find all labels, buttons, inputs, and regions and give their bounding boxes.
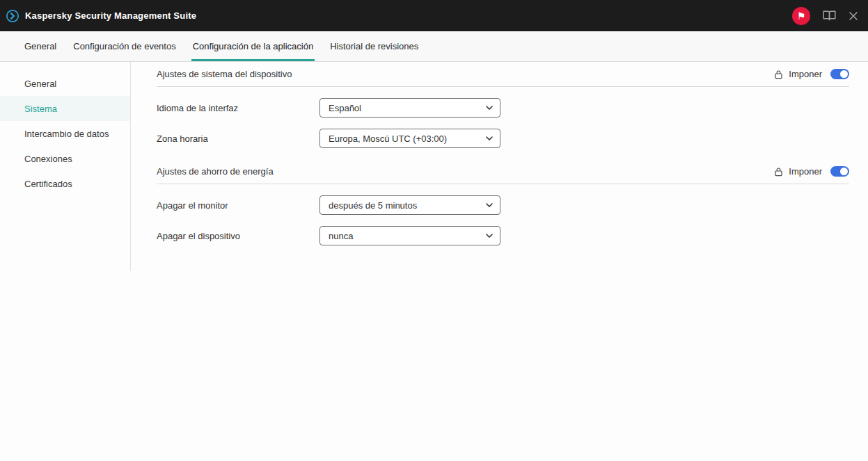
chevron-down-icon <box>486 106 493 110</box>
sidebar-item-conexiones[interactable]: Conexiones <box>0 146 130 171</box>
field-row-device-off: Apagar el dispositivo nunca <box>157 226 849 245</box>
enforce-label: Imponer <box>789 69 822 79</box>
chevron-down-icon <box>486 234 493 238</box>
selected-value: Europa, Moscú UTC (+03:00) <box>329 134 447 144</box>
sidebar-item-sistema[interactable]: Sistema <box>0 96 130 121</box>
language-select[interactable]: Español <box>319 98 500 118</box>
enforce-control: Imponer <box>774 166 849 177</box>
enforce-label: Imponer <box>789 166 822 177</box>
top-bar: Kaspersky Security Management Suite ⚑ <box>0 0 868 31</box>
tab-bar: General Configuración de eventos Configu… <box>0 31 868 62</box>
timezone-select[interactable]: Europa, Moscú UTC (+03:00) <box>319 129 500 148</box>
field-label: Idioma de la interfaz <box>157 103 319 113</box>
close-icon[interactable] <box>849 11 858 21</box>
lock-icon <box>774 70 783 79</box>
app-title: Kaspersky Security Management Suite <box>25 10 196 21</box>
selected-value: Español <box>329 103 361 113</box>
device-off-select[interactable]: nunca <box>319 226 500 245</box>
field-row-timezone: Zona horaria Europa, Moscú UTC (+03:00) <box>157 129 849 148</box>
tab-general[interactable]: General <box>23 31 58 61</box>
tab-revision-history[interactable]: Historial de revisiones <box>329 31 420 61</box>
settings-content: Ajustes de sistema del dispositivo Impon… <box>131 62 868 461</box>
selected-value: después de 5 minutos <box>329 200 417 211</box>
enforce-toggle-system[interactable] <box>830 69 849 79</box>
sidebar-item-general[interactable]: General <box>0 71 130 96</box>
chevron-down-icon <box>486 136 493 140</box>
section-title: Ajustes de ahorro de energía <box>157 166 274 177</box>
section-header-device-system-settings: Ajustes de sistema del dispositivo Impon… <box>157 62 849 87</box>
section-header-energy-saving: Ajustes de ahorro de energía Imponer <box>157 159 849 184</box>
kaspersky-logo-icon <box>6 9 19 23</box>
field-label: Zona horaria <box>157 134 319 144</box>
selected-value: nunca <box>329 231 353 241</box>
chevron-down-icon <box>486 203 493 207</box>
monitor-off-select[interactable]: después de 5 minutos <box>319 195 500 215</box>
enforce-control: Imponer <box>774 69 849 79</box>
field-label: Apagar el monitor <box>157 200 319 211</box>
tab-event-configuration[interactable]: Configuración de eventos <box>72 31 177 61</box>
settings-sidebar: General Sistema Intercambio de datos Con… <box>0 62 131 271</box>
tab-application-settings[interactable]: Configuración de la aplicación <box>191 31 315 61</box>
enforce-toggle-energy[interactable] <box>830 166 849 177</box>
sidebar-item-intercambio-de-datos[interactable]: Intercambio de datos <box>0 121 130 146</box>
section-title: Ajustes de sistema del dispositivo <box>157 69 292 79</box>
sidebar-item-certificados[interactable]: Certificados <box>0 171 130 196</box>
field-row-language: Idioma de la interfaz Español <box>157 98 849 118</box>
field-row-monitor-off: Apagar el monitor después de 5 minutos <box>157 195 849 215</box>
flag-notification-badge[interactable]: ⚑ <box>792 7 810 25</box>
field-label: Apagar el dispositivo <box>157 231 319 241</box>
book-help-icon[interactable] <box>823 10 836 21</box>
flag-icon: ⚑ <box>797 11 806 21</box>
lock-icon <box>774 167 783 177</box>
